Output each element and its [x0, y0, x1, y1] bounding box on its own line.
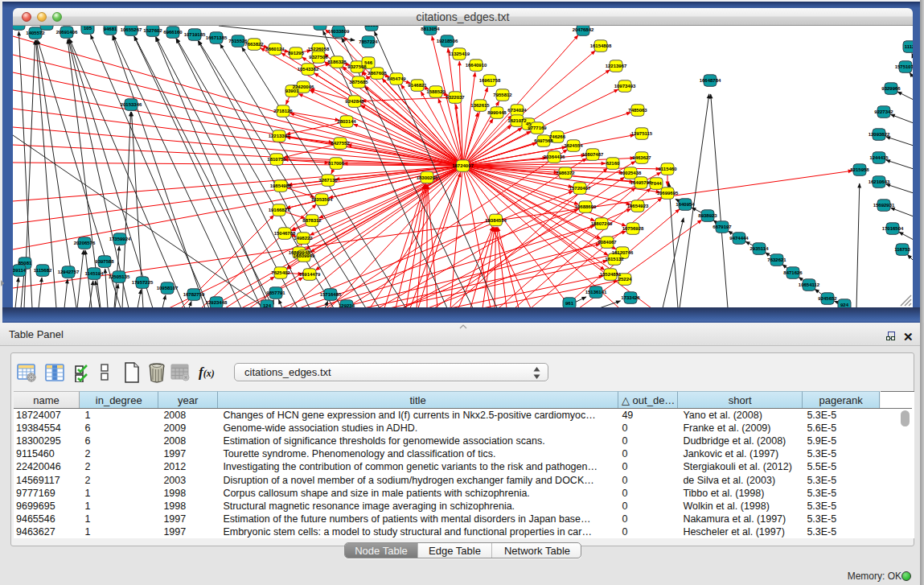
svg-text:19166827: 19166827 [269, 208, 290, 212]
svg-text:16154808: 16154808 [590, 43, 612, 48]
svg-text:1498222: 1498222 [294, 236, 313, 241]
svg-text:1145194: 1145194 [84, 271, 104, 276]
svg-text:16033809: 16033809 [328, 29, 350, 34]
svg-text:15136141: 15136141 [585, 290, 607, 295]
svg-text:19854985: 19854985 [270, 183, 292, 188]
svg-text:19654923: 19654923 [627, 204, 649, 208]
svg-text:17359924: 17359924 [109, 237, 131, 241]
svg-text:13353594: 13353594 [311, 197, 333, 202]
svg-text:891295: 891295 [288, 51, 305, 56]
svg-text:8878312: 8878312 [302, 218, 322, 223]
svg-text:9407: 9407 [13, 26, 24, 27]
svg-text:7044: 7044 [651, 181, 662, 186]
svg-text:7632621: 7632621 [767, 257, 786, 262]
svg-text:18724007: 18724007 [452, 163, 474, 168]
svg-text:8471626: 8471626 [783, 270, 803, 275]
svg-text:18807249: 18807249 [591, 221, 613, 226]
svg-text:1810755: 1810755 [267, 157, 286, 162]
svg-text:10025438: 10025438 [620, 171, 642, 175]
svg-text:16648784: 16648784 [700, 78, 721, 83]
svg-text:20691406: 20691406 [56, 30, 78, 35]
svg-text:7485063: 7485063 [628, 108, 647, 113]
svg-text:10756928: 10756928 [622, 226, 644, 231]
svg-text:6679197: 6679197 [713, 225, 732, 229]
svg-text:20476842: 20476842 [573, 27, 594, 32]
svg-text:7857224: 7857224 [359, 39, 378, 44]
svg-text:15692931: 15692931 [873, 203, 895, 208]
svg-text:19384554: 19384554 [485, 218, 507, 223]
svg-text:12213394: 12213394 [269, 134, 290, 138]
svg-text:7955812: 7955812 [493, 93, 512, 97]
svg-text:1362615: 1362615 [470, 103, 490, 108]
svg-text:10543362: 10543362 [298, 67, 319, 72]
svg-text:8215958: 8215958 [850, 167, 869, 172]
svg-text:546: 546 [364, 60, 373, 65]
svg-text:93901: 93901 [285, 89, 299, 93]
svg-text:9227342: 9227342 [874, 109, 893, 114]
svg-text:2867608: 2867608 [368, 71, 387, 76]
svg-text:16495796: 16495796 [630, 180, 652, 185]
svg-text:8454749: 8454749 [387, 76, 406, 81]
svg-text:1588520: 1588520 [426, 89, 446, 94]
svg-text:15046788: 15046788 [274, 231, 296, 236]
svg-text:1640954: 1640954 [676, 202, 695, 207]
svg-text:9327506: 9327506 [309, 55, 328, 60]
svg-text:9146821: 9146821 [408, 83, 427, 88]
svg-text:961: 961 [565, 301, 574, 306]
svg-text:16640910: 16640910 [466, 63, 487, 68]
svg-text:39114: 39114 [13, 268, 27, 273]
svg-text:8813054: 8813054 [421, 27, 440, 31]
svg-text:20153346: 20153346 [121, 102, 142, 107]
svg-text:16671385: 16671385 [206, 35, 228, 40]
svg-text:16961758: 16961758 [479, 78, 501, 83]
svg-text:15751074: 15751074 [895, 64, 913, 69]
svg-text:9857791: 9857791 [266, 290, 285, 295]
svg-text:85081: 85081 [18, 261, 32, 266]
svg-text:7986372: 7986372 [556, 171, 575, 175]
svg-text:9115460: 9115460 [658, 167, 677, 171]
svg-text:12942757: 12942757 [58, 270, 80, 274]
svg-text:1112: 1112 [905, 44, 913, 49]
svg-text:12923448: 12923448 [206, 300, 228, 305]
svg-text:20364436: 20364436 [544, 154, 565, 159]
svg-text:15226058: 15226058 [308, 47, 330, 51]
svg-text:1405572: 1405572 [26, 31, 45, 35]
svg-text:6966160: 6966160 [163, 30, 183, 35]
svg-text:12213967: 12213967 [606, 64, 627, 68]
svg-text:16120746: 16120746 [612, 250, 634, 255]
svg-text:10807487: 10807487 [582, 152, 604, 157]
svg-text:16809949: 16809949 [294, 253, 315, 258]
svg-text:16210643: 16210643 [869, 179, 890, 184]
svg-text:1527602: 1527602 [143, 28, 162, 33]
svg-text:1840: 1840 [41, 26, 52, 27]
svg-text:9397588: 9397588 [95, 259, 114, 264]
svg-text:9245652: 9245652 [818, 296, 837, 301]
svg-text:8427552: 8427552 [331, 141, 350, 146]
svg-text:1621072: 1621072 [507, 118, 527, 123]
svg-text:94681: 94681 [104, 27, 117, 31]
svg-text:10688609: 10688609 [575, 204, 597, 209]
svg-text:3624554: 3624554 [564, 143, 583, 148]
svg-text:8186328: 8186328 [327, 60, 347, 64]
svg-text:10699695: 10699695 [657, 191, 679, 196]
svg-text:9084067: 9084067 [598, 240, 617, 245]
svg-text:9242848: 9242848 [345, 99, 364, 104]
svg-text:1115682: 1115682 [34, 268, 52, 273]
svg-text:2718126: 2718126 [273, 109, 293, 113]
svg-text:12093822: 12093822 [869, 132, 890, 137]
svg-text:12505135: 12505135 [109, 274, 130, 279]
svg-text:7663822: 7663822 [244, 42, 264, 47]
svg-text:6734024: 6734024 [507, 108, 527, 113]
svg-text:25224: 25224 [618, 277, 632, 282]
svg-text:88130: 88130 [365, 26, 379, 27]
svg-text:10977: 10977 [314, 26, 327, 27]
svg-text:9329966: 9329966 [881, 86, 901, 91]
svg-text:3875685: 3875685 [349, 80, 368, 84]
svg-text:17957225: 17957225 [132, 280, 154, 285]
svg-text:10655267: 10655267 [121, 27, 142, 32]
svg-text:8990448: 8990448 [487, 110, 507, 115]
svg-text:2803144: 2803144 [337, 119, 356, 124]
svg-text:9777169: 9777169 [528, 126, 547, 130]
svg-text:15716485: 15716485 [320, 292, 342, 297]
svg-text:1244415: 1244415 [869, 155, 889, 160]
